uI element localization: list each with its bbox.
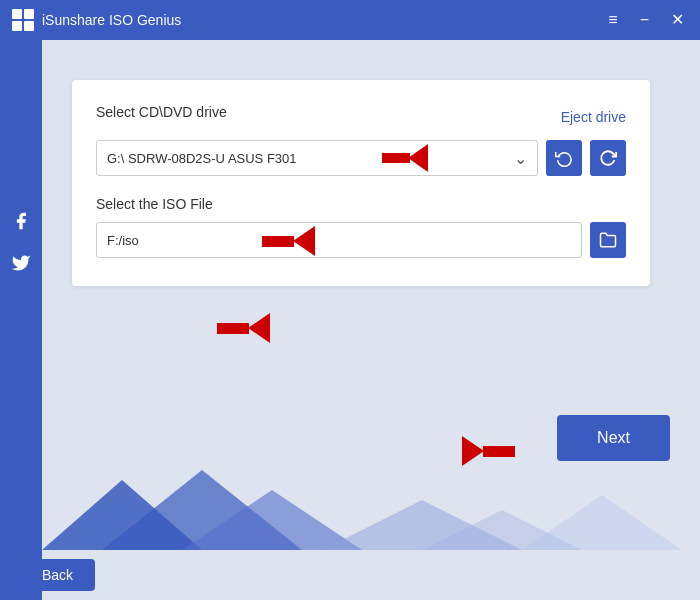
iso-section-label: Select the ISO File bbox=[96, 196, 626, 212]
next-button-row: Next bbox=[557, 415, 680, 461]
iso-file-input[interactable] bbox=[96, 222, 582, 258]
svg-marker-4 bbox=[422, 510, 582, 550]
app-title: iSunshare ISO Genius bbox=[42, 12, 181, 28]
title-bar-controls: ≡ − ✕ bbox=[604, 10, 688, 30]
sidebar bbox=[0, 40, 42, 600]
drive-select-value: G:\ SDRW-08D2S-U ASUS F301 bbox=[107, 151, 297, 166]
close-button[interactable]: ✕ bbox=[667, 10, 688, 30]
next-red-arrow bbox=[462, 436, 515, 466]
drive-arrow-annotation bbox=[382, 144, 428, 172]
mountain-decoration bbox=[42, 450, 700, 550]
arrow-body bbox=[382, 153, 410, 163]
svg-marker-0 bbox=[42, 480, 202, 550]
menu-button[interactable]: ≡ bbox=[604, 10, 621, 30]
svg-marker-2 bbox=[182, 490, 362, 550]
content-area: Select CD\DVD drive Eject drive G:\ SDRW… bbox=[42, 40, 700, 600]
next-button[interactable]: Next bbox=[557, 415, 670, 461]
drive-row: G:\ SDRW-08D2S-U ASUS F301 ⌄ bbox=[96, 140, 626, 176]
drive-label-row: Select CD\DVD drive Eject drive bbox=[96, 104, 626, 130]
title-bar: iSunshare ISO Genius ≡ − ✕ bbox=[0, 0, 700, 40]
eject-drive-button[interactable]: Eject drive bbox=[561, 109, 626, 125]
settings-card: Select CD\DVD drive Eject drive G:\ SDRW… bbox=[72, 80, 650, 286]
browse-file-button[interactable] bbox=[590, 222, 626, 258]
iso-row bbox=[96, 222, 626, 258]
svg-marker-3 bbox=[322, 500, 522, 550]
eject-icon-button[interactable] bbox=[546, 140, 582, 176]
sidebar-twitter-icon[interactable] bbox=[0, 242, 42, 284]
app-icon bbox=[12, 9, 34, 31]
svg-marker-5 bbox=[522, 495, 682, 550]
dropdown-chevron-icon: ⌄ bbox=[514, 149, 527, 168]
title-bar-left: iSunshare ISO Genius bbox=[12, 9, 181, 31]
arrow-head-left bbox=[408, 144, 428, 172]
sidebar-facebook-icon[interactable] bbox=[0, 200, 42, 242]
refresh-icon-button[interactable] bbox=[590, 140, 626, 176]
main-area: Select CD\DVD drive Eject drive G:\ SDRW… bbox=[0, 40, 700, 600]
bottom-bar: Back bbox=[0, 550, 700, 600]
iso-red-arrow bbox=[217, 313, 270, 343]
drive-select-dropdown[interactable]: G:\ SDRW-08D2S-U ASUS F301 ⌄ bbox=[96, 140, 538, 176]
drive-section-label: Select CD\DVD drive bbox=[96, 104, 227, 120]
minimize-button[interactable]: − bbox=[636, 10, 653, 30]
svg-marker-1 bbox=[102, 470, 302, 550]
